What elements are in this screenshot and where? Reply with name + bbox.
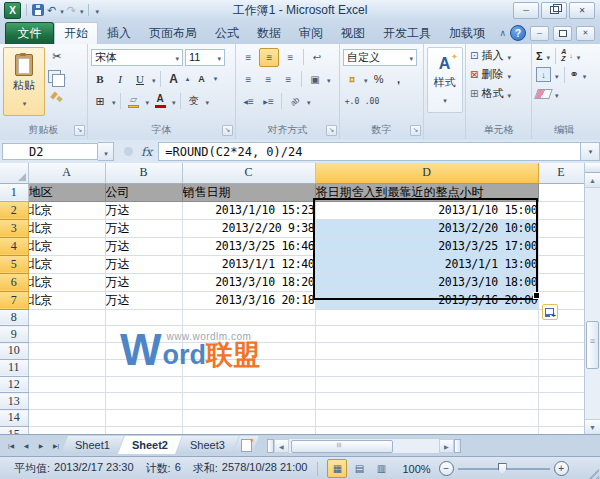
cell-D3[interactable]: 2013/2/20 10:00	[315, 219, 538, 237]
redo-icon[interactable]: ↷	[67, 5, 76, 16]
horizontal-scrollbar[interactable]	[289, 438, 439, 454]
clear-dropdown[interactable]	[554, 88, 559, 100]
row-header-1[interactable]: 1	[0, 183, 28, 201]
phonetic-button[interactable]: 变	[185, 93, 203, 110]
scroll-right-button[interactable]: ▶	[439, 439, 454, 453]
cell-E11[interactable]	[538, 359, 584, 376]
cell-D13[interactable]	[315, 393, 538, 410]
fill-dropdown[interactable]	[554, 69, 559, 81]
zoom-slider-thumb[interactable]	[498, 463, 507, 475]
save-icon[interactable]	[32, 4, 44, 16]
prev-sheet-button[interactable]: ◀	[19, 438, 33, 452]
view-normal-button[interactable]: ▦	[327, 459, 347, 478]
horizontal-scroll-thumb[interactable]	[291, 440, 393, 453]
cell-D6[interactable]: 2013/3/10 18:00	[315, 273, 538, 291]
delete-cells-button[interactable]: ⊠ 删除	[466, 65, 531, 84]
zoom-slider[interactable]	[458, 468, 550, 470]
cell-D9[interactable]	[315, 326, 538, 343]
font-name-combo[interactable]: 宋体	[91, 49, 183, 66]
row-header-4[interactable]: 4	[0, 237, 28, 255]
cell-E3[interactable]	[538, 219, 584, 237]
align-right-button[interactable]: ≡	[279, 71, 297, 88]
cell-E9[interactable]	[538, 326, 584, 343]
tab-addins[interactable]: 加载项	[440, 23, 494, 44]
row-header-8[interactable]: 8	[0, 309, 28, 326]
cell-A10[interactable]	[28, 343, 105, 360]
borders-button[interactable]: ⊞	[91, 93, 109, 110]
shrink-font-button[interactable]: A	[192, 71, 210, 88]
font-color-button[interactable]: A	[151, 93, 169, 110]
cell-C3[interactable]: 2013/2/20 9:38	[182, 219, 315, 237]
formula-input[interactable]: =ROUND(C2*24, 0)/24	[158, 142, 580, 161]
number-dialog-launcher[interactable]: ↘	[410, 125, 421, 136]
cell-D7[interactable]: 2013/3/16 20:00	[315, 291, 538, 309]
sheet-tab-sheet3[interactable]: Sheet3	[176, 436, 239, 454]
cell-C12[interactable]	[182, 376, 315, 393]
tab-formulas[interactable]: 公式	[206, 23, 248, 44]
cell-A13[interactable]	[28, 393, 105, 410]
cell-B4[interactable]: 万达	[105, 237, 182, 255]
fill-button[interactable]: ↓	[536, 67, 551, 82]
cell-C9[interactable]	[182, 326, 315, 343]
row-header-6[interactable]: 6	[0, 273, 28, 291]
tab-review[interactable]: 审阅	[290, 23, 332, 44]
workbook-restore-button[interactable]	[553, 26, 572, 41]
comma-style-button[interactable]: ,	[390, 71, 408, 88]
cell-D15[interactable]	[315, 426, 538, 434]
clear-button[interactable]	[534, 89, 553, 99]
cell-A14[interactable]	[28, 410, 105, 427]
cell-A3[interactable]: 北京	[28, 219, 105, 237]
cell-B2[interactable]: 万达	[105, 201, 182, 219]
row-header-10[interactable]: 10	[0, 343, 28, 360]
decrease-decimal-button[interactable]: .00	[363, 93, 381, 110]
cell-C10[interactable]	[182, 343, 315, 360]
cell-C2[interactable]: 2013/1/10 15:23	[182, 201, 315, 219]
align-middle-button[interactable]: ≡	[259, 48, 279, 67]
cell-C8[interactable]	[182, 309, 315, 326]
increase-decimal-button[interactable]: +.0	[343, 93, 361, 110]
cell-A1[interactable]: 地区	[28, 183, 105, 201]
workbook-minimize-button[interactable]: ─	[530, 26, 549, 41]
scroll-left-button[interactable]: ◀	[274, 439, 289, 453]
cell-D12[interactable]	[315, 376, 538, 393]
cell-B6[interactable]: 万达	[105, 273, 182, 291]
restore-button[interactable]	[541, 2, 567, 19]
row-header-5[interactable]: 5	[0, 255, 28, 273]
clipboard-dialog-launcher[interactable]: ↘	[74, 125, 85, 136]
underline-dropdown[interactable]	[151, 72, 156, 86]
align-bottom-button[interactable]: ≡	[281, 49, 299, 66]
sort-filter-button[interactable]: ↓	[569, 52, 573, 59]
cell-C5[interactable]: 2013/1/1 12:40	[182, 255, 315, 273]
wrap-text-button[interactable]: ↩	[308, 49, 326, 66]
tab-page-layout[interactable]: 页面布局	[140, 23, 206, 44]
font-size-combo[interactable]: 11	[185, 49, 225, 66]
cell-B11[interactable]	[105, 359, 182, 376]
workbook-close-button[interactable]: ✕	[576, 26, 595, 41]
fill-color-dropdown[interactable]	[145, 94, 150, 108]
bold-button[interactable]: B	[91, 71, 109, 88]
cell-A2[interactable]: 北京	[28, 201, 105, 219]
row-header-7[interactable]: 7	[0, 291, 28, 309]
cell-D4[interactable]: 2013/3/25 17:00	[315, 237, 538, 255]
cell-D11[interactable]	[315, 359, 538, 376]
tab-home[interactable]: 开始	[54, 22, 98, 44]
cell-B8[interactable]	[105, 309, 182, 326]
align-center-button[interactable]: ≡	[259, 71, 277, 88]
tab-developer[interactable]: 开发工具	[374, 23, 440, 44]
cell-D8[interactable]	[315, 309, 538, 326]
name-box-dropdown[interactable]	[98, 142, 114, 161]
accounting-dropdown[interactable]	[363, 72, 368, 86]
tab-split-handle-right[interactable]	[454, 439, 461, 453]
first-sheet-button[interactable]: |◀	[4, 438, 18, 452]
underline-button[interactable]: U	[131, 71, 149, 88]
merge-dropdown[interactable]	[326, 72, 331, 86]
row-header-3[interactable]: 3	[0, 219, 28, 237]
number-format-combo[interactable]: 自定义	[343, 49, 417, 66]
sheet-tab-sheet2[interactable]: Sheet2	[118, 436, 182, 454]
cell-A4[interactable]: 北京	[28, 237, 105, 255]
cell-B14[interactable]	[105, 410, 182, 427]
cell-B10[interactable]	[105, 343, 182, 360]
font-dialog-launcher[interactable]: ↘	[222, 125, 233, 136]
styles-dropdown[interactable]	[442, 92, 447, 106]
cell-D10[interactable]	[315, 343, 538, 360]
